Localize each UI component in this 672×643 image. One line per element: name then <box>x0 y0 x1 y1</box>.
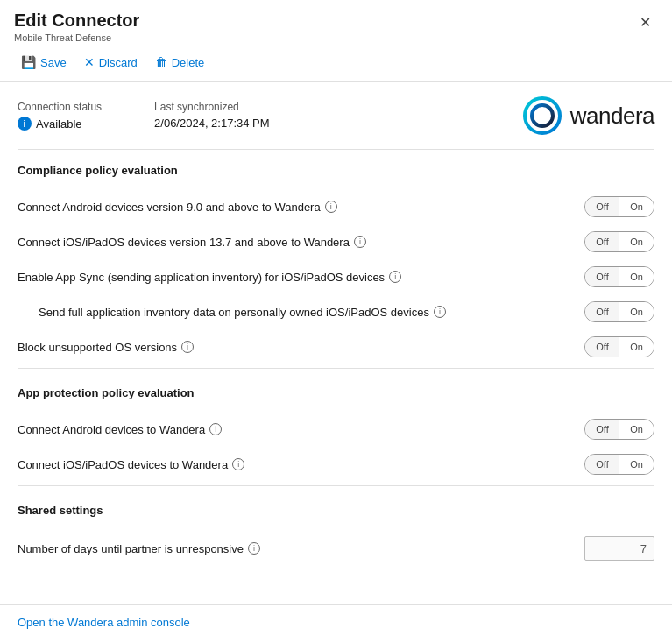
app-toggle-on-1[interactable]: On <box>619 455 654 474</box>
compliance-setting-row-2: Enable App Sync (sending application inv… <box>18 259 654 294</box>
last-sync-text: 2/06/2024, 2:17:34 PM <box>154 117 270 130</box>
toggle-off-2[interactable]: Off <box>585 267 619 286</box>
connection-status-value: i Available <box>18 117 102 131</box>
save-button[interactable]: 💾 Save <box>14 52 74 73</box>
info-icon-2[interactable]: i <box>389 271 401 283</box>
save-label: Save <box>40 56 67 69</box>
app-protection-row-1: Connect iOS/iPadOS devices to Wandera i … <box>18 447 654 482</box>
delete-icon: 🗑 <box>155 55 167 69</box>
app-protection-section: App protection policy evaluation Connect… <box>18 386 654 486</box>
toggle-compliance-0[interactable]: Off On <box>584 196 654 217</box>
close-button[interactable]: ✕ <box>633 11 658 34</box>
wandera-logo-icon <box>523 96 562 135</box>
wandera-brand-text: wandera <box>570 102 654 130</box>
compliance-section-title: Compliance policy evaluation <box>18 164 654 177</box>
compliance-setting-row-4: Block unsupported OS versions i Off On <box>18 329 654 364</box>
shared-setting-row-0: Number of days until partner is unrespon… <box>18 529 654 568</box>
compliance-setting-label-1: Connect iOS/iPadOS devices version 13.7 … <box>18 236 366 249</box>
shared-setting-label-0: Number of days until partner is unrespon… <box>18 542 260 555</box>
last-sync-col: Last synchronized 2/06/2024, 2:17:34 PM <box>154 101 270 131</box>
days-input[interactable] <box>584 536 654 561</box>
wandera-logo: wandera <box>523 96 654 135</box>
shared-section-title: Shared settings <box>18 504 654 517</box>
info-icon-3[interactable]: i <box>434 306 446 318</box>
toggle-compliance-3[interactable]: Off On <box>584 301 654 322</box>
info-icon-1[interactable]: i <box>354 236 366 248</box>
svg-point-1 <box>532 105 553 126</box>
toggle-app-0[interactable]: Off On <box>584 419 654 440</box>
footer: Open the Wandera admin console <box>0 604 672 643</box>
dialog-subtitle: Mobile Threat Defense <box>14 32 139 43</box>
shared-settings-section: Shared settings Number of days until par… <box>18 504 654 568</box>
main-content: Connection status i Available Last synch… <box>0 82 672 604</box>
compliance-setting-label-3: Send full application inventory data on … <box>18 306 446 319</box>
compliance-setting-row-3: Send full application inventory data on … <box>18 294 654 329</box>
shared-info-icon-0[interactable]: i <box>248 542 260 555</box>
toggle-on-1[interactable]: On <box>619 232 654 251</box>
delete-button[interactable]: 🗑 Delete <box>148 52 212 73</box>
wandera-admin-link[interactable]: Open the Wandera admin console <box>18 616 190 629</box>
compliance-setting-label-0: Connect Android devices version 9.0 and … <box>18 201 337 214</box>
edit-connector-dialog: Edit Connector Mobile Threat Defense ✕ 💾… <box>0 0 672 643</box>
discard-label: Discard <box>99 56 138 69</box>
app-protection-row-0: Connect Android devices to Wandera i Off… <box>18 412 654 447</box>
toggle-compliance-1[interactable]: Off On <box>584 231 654 252</box>
dialog-header: Edit Connector Mobile Threat Defense ✕ <box>0 0 672 46</box>
compliance-setting-label-4: Block unsupported OS versions i <box>18 341 194 354</box>
last-sync-label: Last synchronized <box>154 101 270 113</box>
connection-status-col: Connection status i Available <box>18 101 102 131</box>
compliance-section: Compliance policy evaluation Connect And… <box>18 164 654 369</box>
available-icon: i <box>18 117 32 131</box>
save-icon: 💾 <box>21 55 36 69</box>
toggle-on-4[interactable]: On <box>619 337 654 357</box>
toggle-off-3[interactable]: Off <box>585 302 619 322</box>
last-sync-value: 2/06/2024, 2:17:34 PM <box>154 117 270 130</box>
toggle-app-1[interactable]: Off On <box>584 454 654 475</box>
toggle-off-1[interactable]: Off <box>585 232 619 251</box>
info-icon-4[interactable]: i <box>181 341 194 353</box>
connection-status-label: Connection status <box>18 101 102 113</box>
app-toggle-on-0[interactable]: On <box>619 420 654 439</box>
toggle-compliance-2[interactable]: Off On <box>584 266 654 287</box>
connection-value-text: Available <box>36 117 82 131</box>
toggle-compliance-4[interactable]: Off On <box>584 336 654 357</box>
app-info-icon-0[interactable]: i <box>209 423 222 435</box>
toggle-on-0[interactable]: On <box>619 197 654 216</box>
toggle-on-2[interactable]: On <box>619 267 654 286</box>
toggle-off-0[interactable]: Off <box>585 197 619 216</box>
discard-icon: ✕ <box>84 55 95 69</box>
compliance-setting-label-2: Enable App Sync (sending application inv… <box>18 271 401 284</box>
app-toggle-off-0[interactable]: Off <box>585 420 619 439</box>
compliance-setting-row-1: Connect iOS/iPadOS devices version 13.7 … <box>18 224 654 259</box>
toolbar: 💾 Save ✕ Discard 🗑 Delete <box>0 46 672 82</box>
app-protection-label-0: Connect Android devices to Wandera i <box>18 423 222 436</box>
status-left: Connection status i Available Last synch… <box>18 101 270 131</box>
info-icon-0[interactable]: i <box>325 201 337 213</box>
discard-button[interactable]: ✕ Discard <box>77 52 145 73</box>
app-info-icon-1[interactable]: i <box>232 458 244 470</box>
header-title-block: Edit Connector Mobile Threat Defense <box>14 11 139 43</box>
toggle-on-3[interactable]: On <box>619 302 654 322</box>
toggle-off-4[interactable]: Off <box>585 337 619 357</box>
app-protection-label-1: Connect iOS/iPadOS devices to Wandera i <box>18 458 244 471</box>
status-section: Connection status i Available Last synch… <box>18 96 654 150</box>
compliance-setting-row-0: Connect Android devices version 9.0 and … <box>18 189 654 224</box>
app-protection-section-title: App protection policy evaluation <box>18 386 654 399</box>
delete-label: Delete <box>172 56 205 69</box>
app-toggle-off-1[interactable]: Off <box>585 455 619 474</box>
dialog-title: Edit Connector <box>14 11 139 31</box>
